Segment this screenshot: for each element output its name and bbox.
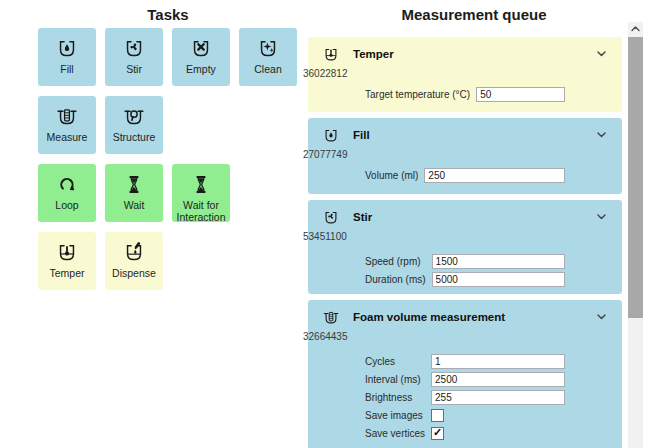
volume-input[interactable]	[424, 168, 565, 183]
field-label: Cycles	[365, 356, 425, 367]
card-id: 32664435	[303, 331, 622, 342]
queue-card-foam-volume-measurement: Foam volume measurement 32664435 Cycles …	[308, 300, 622, 448]
task-temper-button[interactable]: Temper	[38, 232, 96, 290]
task-stir-button[interactable]: Stir	[105, 28, 163, 86]
task-label: Dispense	[112, 268, 156, 280]
measurement-queue-panel: Measurement queue Temper 36022812 Target…	[308, 0, 640, 448]
card-id: 27077749	[303, 149, 622, 160]
scroll-up-arrow-icon[interactable]	[628, 22, 643, 36]
card-header[interactable]: Fill	[308, 118, 622, 146]
stir-beaker-icon	[318, 208, 344, 227]
task-structure-button[interactable]: Structure	[105, 96, 163, 154]
task-label: Measure	[47, 132, 88, 144]
save-images-checkbox[interactable]	[431, 409, 444, 422]
task-row: Measure Structure	[38, 96, 298, 154]
task-row: Temper Dispense	[38, 232, 298, 290]
task-row: Loop Wait Wait for Interaction	[38, 164, 298, 222]
measure-beaker-icon	[53, 104, 81, 129]
temper-beaker-icon	[53, 240, 81, 265]
task-measure-button[interactable]: Measure	[38, 96, 96, 154]
save-vertices-checkbox[interactable]	[431, 427, 444, 440]
temper-beaker-icon	[318, 45, 344, 64]
task-empty-button[interactable]: Empty	[172, 28, 230, 86]
task-label: Stir	[126, 64, 142, 76]
queue-card-temper: Temper 36022812 Target temperature (°C)	[308, 37, 622, 112]
card-title: Foam volume measurement	[353, 311, 505, 323]
task-label: Temper	[49, 268, 84, 280]
speed-input[interactable]	[432, 254, 565, 269]
field-label: Save vertices	[365, 428, 425, 439]
tasks-panel-title: Tasks	[38, 0, 298, 28]
stir-beaker-icon	[120, 36, 148, 61]
fill-beaker-icon	[53, 36, 81, 61]
task-wait-button[interactable]: Wait	[105, 164, 163, 222]
field-label: Interval (ms)	[365, 374, 425, 385]
task-label: Structure	[113, 132, 156, 144]
field-label: Save images	[365, 410, 425, 421]
field-label: Duration (ms)	[365, 274, 426, 285]
hourglass-icon	[187, 172, 215, 197]
task-clean-button[interactable]: Clean	[239, 28, 297, 86]
task-wait-for-interaction-button[interactable]: Wait for Interaction	[172, 164, 230, 222]
task-label: Wait	[124, 200, 145, 212]
clean-beaker-icon	[254, 36, 282, 61]
chevron-down-icon[interactable]	[597, 214, 606, 220]
task-fill-button[interactable]: Fill	[38, 28, 96, 86]
field-label: Volume (ml)	[365, 170, 418, 181]
field-label: Target temperature (°C)	[365, 89, 470, 100]
scrollbar-thumb[interactable]	[628, 37, 643, 318]
loop-icon	[53, 172, 81, 197]
task-label: Loop	[55, 200, 78, 212]
chevron-down-icon[interactable]	[597, 51, 606, 57]
vertical-scrollbar[interactable]	[628, 22, 643, 448]
task-row: Fill Stir Empty Clean	[38, 28, 298, 86]
task-label: Clean	[254, 64, 281, 76]
queue-card-fill: Fill 27077749 Volume (ml)	[308, 118, 622, 194]
chevron-down-icon[interactable]	[597, 314, 606, 320]
card-id: 53451100	[303, 231, 622, 242]
task-label: Wait for Interaction	[172, 200, 230, 224]
card-form: Target temperature (°C)	[365, 87, 565, 102]
field-label: Speed (rpm)	[365, 256, 426, 267]
empty-beaker-icon	[187, 36, 215, 61]
structure-beaker-icon	[120, 104, 148, 129]
card-title: Temper	[353, 48, 394, 60]
cycles-input[interactable]	[431, 354, 565, 369]
card-header[interactable]: Temper	[308, 37, 622, 65]
fill-beaker-icon	[318, 126, 344, 145]
dispense-beaker-icon	[120, 240, 148, 265]
queue-card-stir: Stir 53451100 Speed (rpm) Duration (ms)	[308, 200, 622, 294]
task-label: Fill	[60, 64, 73, 76]
card-header[interactable]: Foam volume measurement	[308, 300, 622, 328]
card-form: Speed (rpm) Duration (ms)	[365, 254, 565, 287]
field-label: Brightness	[365, 392, 425, 403]
task-loop-button[interactable]: Loop	[38, 164, 96, 222]
card-title: Stir	[353, 211, 372, 223]
card-title: Fill	[353, 129, 370, 141]
queue-cards: Temper 36022812 Target temperature (°C) …	[308, 37, 622, 448]
tasks-panel: Tasks Fill Stir Empty Clean Measure Stru…	[38, 0, 298, 300]
task-dispense-button[interactable]: Dispense	[105, 232, 163, 290]
duration-input[interactable]	[432, 272, 565, 287]
chevron-down-icon[interactable]	[597, 132, 606, 138]
brightness-input[interactable]	[431, 390, 565, 405]
card-header[interactable]: Stir	[308, 200, 622, 228]
task-label: Empty	[186, 64, 216, 76]
interval-input[interactable]	[431, 372, 565, 387]
measure-beaker-icon	[318, 308, 344, 327]
card-form: Volume (ml)	[365, 168, 565, 183]
card-id: 36022812	[303, 68, 622, 79]
queue-panel-title: Measurement queue	[308, 0, 640, 28]
hourglass-icon	[120, 172, 148, 197]
target-temperature-input[interactable]	[476, 87, 565, 102]
card-form: Cycles Interval (ms) Brightness Save ima…	[365, 354, 565, 441]
